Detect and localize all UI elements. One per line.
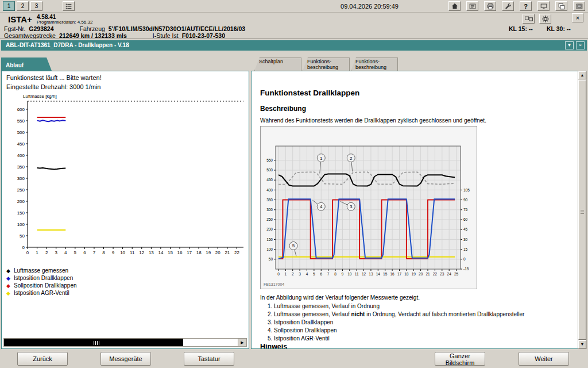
svg-text:0: 0 xyxy=(26,250,29,255)
scroll-down-button[interactable]: ▼ xyxy=(578,340,586,348)
printer-button[interactable] xyxy=(484,1,496,11)
svg-text:90: 90 xyxy=(463,198,468,202)
settings-button[interactable] xyxy=(539,14,551,24)
section-beschreibung: Beschreibung xyxy=(260,105,306,113)
messgeraete-button[interactable]: Messgeräte xyxy=(100,352,151,366)
svg-text:16: 16 xyxy=(390,272,394,276)
scrollbar-grip-icon xyxy=(94,341,99,345)
windows-button[interactable] xyxy=(555,1,567,11)
help-button[interactable]: ? xyxy=(520,1,532,11)
ganzer-bildschirm-button[interactable]: Ganzer Bildschirm xyxy=(435,352,485,366)
app-header: ISTA+ 4.58.41 Programmierdaten: 4.56.32 … xyxy=(0,13,588,25)
svg-text:14: 14 xyxy=(158,250,163,255)
svg-text:1: 1 xyxy=(285,272,287,276)
svg-text:2: 2 xyxy=(45,250,48,255)
home-button[interactable] xyxy=(448,1,461,11)
legend-marker-icon: ◆ xyxy=(6,268,14,274)
svg-text:23: 23 xyxy=(440,272,444,276)
scrollbar-thumb[interactable] xyxy=(4,339,183,346)
scroll-right-button[interactable]: ▶ xyxy=(238,339,246,346)
legend-item: ◆ Luftmasse gemessen xyxy=(6,267,77,274)
svg-text:6: 6 xyxy=(83,250,86,255)
view-list-button[interactable] xyxy=(63,1,75,11)
scroll-up-button[interactable]: ▲ xyxy=(578,71,586,79)
scrollbar-grip-icon xyxy=(581,210,584,215)
svg-text:2: 2 xyxy=(292,272,294,276)
tab-funktionsbeschreibung-2[interactable]: Funktions- beschreibung xyxy=(351,57,398,71)
svg-text:5: 5 xyxy=(292,243,295,248)
tools-button[interactable] xyxy=(502,1,514,11)
svg-text:25: 25 xyxy=(454,272,459,276)
list-item: Luftmasse gemessen, Verlauf nicht in Ord… xyxy=(274,311,524,317)
svg-text:17: 17 xyxy=(397,272,402,276)
figure-caption: In der Abbildung wird der Verlauf folgen… xyxy=(260,294,420,301)
test-rpm: Eingestellte Drehzahl: 3000 1/min xyxy=(6,83,100,90)
view-button-3[interactable]: 3 xyxy=(30,1,42,11)
legend-marker-icon: ◆ xyxy=(6,275,14,281)
tab-ablauf[interactable]: Ablauf xyxy=(1,57,52,71)
arrow-right-icon: ▶ xyxy=(241,340,243,344)
svg-text:3: 3 xyxy=(299,272,301,276)
svg-text:22: 22 xyxy=(234,250,239,255)
windows-icon xyxy=(558,2,566,10)
dual-display-button[interactable] xyxy=(523,14,535,24)
svg-text:4: 4 xyxy=(64,250,67,255)
legend-item: ◆ Istposition Drallklappen xyxy=(6,274,77,282)
tab-schaltplan[interactable]: Schaltplan xyxy=(254,57,301,71)
svg-text:19: 19 xyxy=(412,272,416,276)
tastatur-button[interactable]: Tastatur xyxy=(184,352,234,366)
document-title: ABL-DIT-AT1361_D7DRA - Drallklappen - V.… xyxy=(6,42,129,48)
close-button[interactable]: × xyxy=(572,13,583,22)
weiter-button[interactable]: Weiter xyxy=(519,352,569,366)
collapse-button[interactable]: ▼ xyxy=(565,41,574,49)
svg-text:10: 10 xyxy=(347,272,352,276)
horizontal-scrollbar[interactable]: ▶ xyxy=(3,338,247,347)
view-button-1[interactable]: 1 xyxy=(3,1,15,11)
scrollbar-thumb[interactable] xyxy=(578,80,586,340)
description-panel: Funktionstest Drallklappen Beschreibung … xyxy=(251,71,578,349)
zurueck-button[interactable]: Zurück xyxy=(17,352,68,366)
legend-item: ◆ Sollposition Drallklappen xyxy=(6,282,77,289)
svg-text:15: 15 xyxy=(383,272,388,276)
svg-text:50: 50 xyxy=(20,233,25,239)
svg-text:550: 550 xyxy=(17,118,25,124)
arrow-up-icon: ▲ xyxy=(581,73,585,77)
svg-text:16: 16 xyxy=(177,250,183,255)
svg-text:13: 13 xyxy=(149,250,154,255)
svg-text:500: 500 xyxy=(17,130,25,135)
documents-button[interactable] xyxy=(466,1,478,11)
live-test-panel: Funktionstest läuft ... Bitte warten! Ei… xyxy=(1,71,249,349)
reference-chart: 5010015020025030035040045050055001234567… xyxy=(262,130,477,278)
svg-text:2: 2 xyxy=(350,156,353,161)
svg-text:100: 100 xyxy=(266,247,273,251)
legend-marker-icon: ◆ xyxy=(6,290,14,296)
gear-icon xyxy=(541,15,550,23)
svg-text:250: 250 xyxy=(266,217,273,221)
svg-text:450: 450 xyxy=(17,141,25,147)
svg-text:12: 12 xyxy=(139,250,144,255)
monitor-button[interactable] xyxy=(573,1,585,11)
svg-text:19: 19 xyxy=(206,250,211,255)
dual-display-icon xyxy=(524,15,533,23)
svg-text:500: 500 xyxy=(266,168,273,172)
datetime: 09.04.2026 20:59:49 xyxy=(341,3,399,10)
svg-text:14: 14 xyxy=(376,272,381,276)
vertical-scrollbar[interactable]: ▲ ▼ xyxy=(578,71,587,349)
article-intro: Während des Funktionstests werden die Dr… xyxy=(260,117,486,124)
tab-funktionsbeschreibung-1[interactable]: Funktions- beschreibung xyxy=(303,57,350,71)
svg-text:21: 21 xyxy=(425,272,430,276)
home-icon xyxy=(451,2,459,10)
svg-text:600: 600 xyxy=(17,107,25,112)
svg-text:21: 21 xyxy=(225,250,230,255)
view-button-2[interactable]: 2 xyxy=(17,1,29,11)
svg-text:7: 7 xyxy=(327,272,330,276)
display-button[interactable] xyxy=(537,1,550,11)
svg-text:18: 18 xyxy=(404,272,409,276)
document-close-button[interactable]: × xyxy=(576,41,585,49)
svg-text:250: 250 xyxy=(17,187,25,193)
vehicle-id-row: Fgst-Nr.G293824 Fahrzeug5'/F10/LIM/530d/… xyxy=(4,25,245,32)
svg-text:5: 5 xyxy=(74,250,77,255)
svg-text:Luftmasse [kg/h]: Luftmasse [kg/h] xyxy=(23,94,57,99)
svg-text:550: 550 xyxy=(266,158,273,162)
test-status: Funktionstest läuft ... Bitte warten! xyxy=(6,74,102,81)
